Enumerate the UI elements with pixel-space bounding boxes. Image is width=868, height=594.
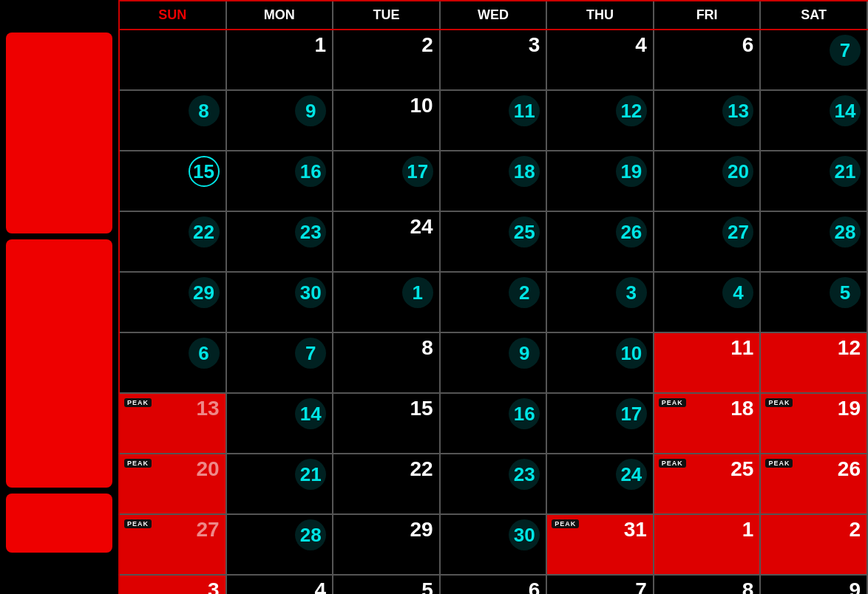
- peak-badge: PEAK: [124, 459, 152, 468]
- day-number: 18: [509, 156, 540, 187]
- day-number: 8: [742, 580, 754, 594]
- day-cell: 8: [333, 333, 441, 392]
- week-row-w4: 22232425262728: [120, 212, 868, 273]
- day-number: 5: [830, 277, 861, 308]
- day-cell: 1: [227, 30, 334, 89]
- day-number: 6: [189, 338, 220, 369]
- header-thu: THU: [547, 1, 654, 29]
- day-number: 8: [189, 95, 220, 126]
- day-cell: 6: [120, 333, 227, 392]
- day-cell: 11: [441, 91, 548, 150]
- day-number: 30: [295, 277, 326, 308]
- day-cell: PEAK18: [654, 394, 762, 453]
- day-cell: 17: [333, 151, 441, 211]
- header-sat: SAT: [761, 1, 868, 29]
- day-number: 7: [830, 35, 861, 66]
- day-number: 5: [421, 580, 433, 594]
- day-cell: 8: [120, 91, 227, 150]
- day-cell: 29: [333, 515, 441, 574]
- week-row-w6: 6789101112: [120, 333, 868, 394]
- day-cell: PEAK31: [547, 515, 654, 574]
- day-cell: 10: [547, 333, 654, 392]
- header-mon: MON: [227, 1, 334, 29]
- day-cell: 13: [654, 91, 762, 150]
- day-cell: 3: [547, 273, 654, 332]
- day-cell: 3: [441, 30, 548, 89]
- peak-badge: PEAK: [124, 398, 152, 407]
- sep-label: [6, 33, 112, 233]
- day-cell: 4: [547, 30, 654, 89]
- week-row-w7: PEAK1314151617PEAK18PEAK19: [120, 394, 868, 454]
- day-number: 18: [730, 398, 753, 419]
- day-cell: 3: [120, 576, 227, 594]
- day-cell: 16: [227, 151, 334, 211]
- day-cell: 15: [333, 394, 441, 453]
- day-cell: 16: [441, 394, 548, 453]
- day-cell: 12: [761, 333, 868, 392]
- header-tue: TUE: [333, 1, 441, 29]
- day-number: 29: [410, 519, 433, 540]
- day-number: 17: [402, 156, 433, 187]
- weeks-container: 1234678910111213141516171819202122232425…: [120, 30, 868, 594]
- day-number: 25: [730, 459, 753, 479]
- day-cell: 9: [761, 576, 868, 594]
- day-cell: PEAK25: [654, 454, 762, 513]
- peak-badge: PEAK: [765, 398, 793, 407]
- day-number: 9: [849, 580, 861, 594]
- day-number: 19: [838, 398, 861, 419]
- day-number: 11: [730, 338, 753, 358]
- day-cell: 24: [333, 212, 441, 271]
- day-number: 1: [315, 35, 327, 55]
- day-cell: 1: [654, 515, 762, 574]
- day-number: 20: [196, 459, 219, 479]
- day-number: 25: [509, 216, 540, 248]
- peak-badge: PEAK: [124, 519, 152, 528]
- day-number: 12: [616, 95, 647, 126]
- day-cell: 22: [120, 212, 227, 271]
- day-cell: PEAK27: [120, 515, 227, 574]
- day-number: 12: [838, 338, 861, 358]
- day-number: 6: [742, 35, 754, 55]
- day-number: 17: [616, 398, 647, 429]
- week-row-w1: 123467: [120, 30, 868, 91]
- day-number: 3: [616, 277, 647, 308]
- day-cell: 30: [441, 515, 548, 574]
- calendar-grid: SUNMONTUEWEDTHUFRISAT 123467891011121314…: [118, 0, 868, 594]
- day-cell: 5: [761, 273, 868, 332]
- day-number: 1: [742, 519, 754, 540]
- day-number: 2: [849, 519, 861, 540]
- day-cell: 24: [547, 454, 654, 513]
- day-number: 9: [509, 338, 540, 369]
- day-number: 11: [509, 95, 540, 126]
- day-number: 13: [196, 398, 219, 419]
- day-number: 2: [421, 35, 433, 55]
- day-cell: 20: [654, 151, 762, 211]
- day-number: 26: [838, 459, 861, 479]
- day-cell: 25: [441, 212, 548, 271]
- header-fri: FRI: [654, 1, 762, 29]
- day-cell: 28: [761, 212, 868, 271]
- day-cell: 23: [227, 212, 334, 271]
- day-cell: 8: [654, 576, 762, 594]
- day-cell: 4: [654, 273, 762, 332]
- day-number: 4: [722, 277, 753, 308]
- day-number: 21: [295, 459, 326, 490]
- day-cell: PEAK20: [120, 454, 227, 513]
- day-number: 1: [402, 277, 433, 308]
- day-number: 19: [616, 156, 647, 187]
- day-cell: PEAK26: [761, 454, 868, 513]
- day-number: 20: [722, 156, 753, 187]
- day-number: 10: [616, 338, 647, 369]
- day-number: 7: [635, 580, 647, 594]
- day-number: 15: [189, 156, 220, 187]
- day-number: 4: [315, 580, 327, 594]
- day-number: 14: [295, 398, 326, 429]
- day-cell: 22: [333, 454, 441, 513]
- day-number: 14: [830, 95, 861, 126]
- day-cell: 23: [441, 454, 548, 513]
- day-number: 10: [410, 95, 433, 116]
- day-number: 30: [509, 519, 540, 550]
- week-row-w10: 3456789: [120, 576, 868, 594]
- week-row-w9: PEAK27282930PEAK3112: [120, 515, 868, 576]
- day-cell: 11: [654, 333, 762, 392]
